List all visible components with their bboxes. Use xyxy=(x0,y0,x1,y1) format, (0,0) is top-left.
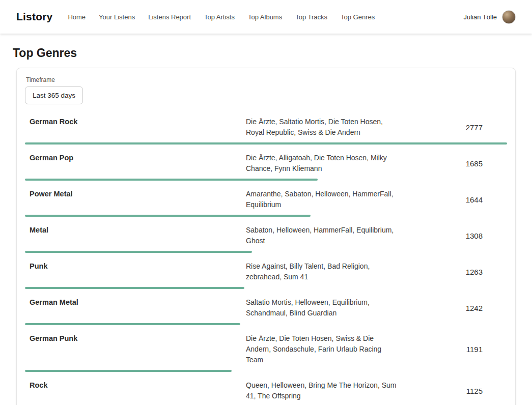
genre-bar xyxy=(25,323,240,325)
genre-artists: Saltatio Mortis, Helloween, Equilibrium,… xyxy=(246,297,400,319)
app-logo[interactable]: Listory xyxy=(16,11,52,23)
genre-row: Rock Queen, Helloween, Bring Me The Hori… xyxy=(25,380,507,405)
main-nav: Home Your Listens Listens Report Top Art… xyxy=(68,13,375,21)
genre-row: German Pop Die Ärzte, Alligatoah, Die To… xyxy=(25,153,507,181)
nav-item-listens-report[interactable]: Listens Report xyxy=(148,13,191,21)
timeframe-select[interactable]: Last 365 days xyxy=(25,86,83,104)
page-title: Top Genres xyxy=(13,46,532,60)
genre-bar xyxy=(25,370,232,372)
genre-count: 1191 xyxy=(466,345,507,354)
nav-item-top-artists[interactable]: Top Artists xyxy=(204,13,235,21)
avatar[interactable] xyxy=(502,10,516,24)
genre-count: 1263 xyxy=(466,268,507,276)
genre-count: 1644 xyxy=(466,195,507,204)
genre-row: Metal Sabaton, Helloween, HammerFall, Eq… xyxy=(25,225,507,253)
genre-name: German Pop xyxy=(25,153,246,162)
nav-item-top-genres[interactable]: Top Genres xyxy=(341,13,375,21)
genre-name: Power Metal xyxy=(25,189,246,198)
genre-name: Metal xyxy=(25,225,246,234)
genre-bar xyxy=(25,179,318,181)
nav-item-top-tracks[interactable]: Top Tracks xyxy=(295,13,327,21)
genre-count: 1685 xyxy=(466,159,507,168)
top-genres-card: Timeframe Last 365 days German Rock Die … xyxy=(16,68,516,405)
genre-artists: Sabaton, Helloween, HammerFall, Equilibr… xyxy=(246,225,400,246)
genre-bar xyxy=(25,215,311,217)
genre-name: Punk xyxy=(25,261,246,270)
genre-artists: Die Ärzte, Alligatoah, Die Toten Hosen, … xyxy=(246,153,400,174)
genre-row: German Metal Saltatio Mortis, Helloween,… xyxy=(25,297,507,325)
genre-artists: Queen, Helloween, Bring Me The Horizon, … xyxy=(246,380,400,401)
genre-artists: Amaranthe, Sabaton, Helloween, HammerFal… xyxy=(246,189,400,210)
genre-artists: Rise Against, Billy Talent, Bad Religion… xyxy=(246,261,400,282)
nav-item-top-albums[interactable]: Top Albums xyxy=(248,13,282,21)
topbar-user-area: Julian Tölle xyxy=(463,10,516,24)
genre-count: 1242 xyxy=(466,304,507,312)
genre-name: Rock xyxy=(25,380,246,389)
genre-bar xyxy=(25,287,244,289)
genre-row: Power Metal Amaranthe, Sabaton, Hellowee… xyxy=(25,189,507,217)
genre-artists: Die Ärzte, Saltatio Mortis, Die Toten Ho… xyxy=(246,117,400,138)
genre-name: German Punk xyxy=(25,333,246,342)
genre-artists: Die Ärzte, Die Toten Hosen, Swiss & Die … xyxy=(246,333,400,365)
nav-item-home[interactable]: Home xyxy=(68,13,86,21)
topbar: Listory Home Your Listens Listens Report… xyxy=(0,0,532,34)
genre-count: 1308 xyxy=(466,232,507,240)
timeframe-label: Timeframe xyxy=(26,76,507,83)
genre-row: German Rock Die Ärzte, Saltatio Mortis, … xyxy=(25,117,507,144)
genre-row: German Punk Die Ärzte, Die Toten Hosen, … xyxy=(25,333,507,372)
genre-count: 2777 xyxy=(466,123,507,132)
genre-count: 1125 xyxy=(466,387,507,395)
genre-bar xyxy=(25,142,507,144)
genre-table: German Rock Die Ärzte, Saltatio Mortis, … xyxy=(25,117,507,405)
nav-item-your-listens[interactable]: Your Listens xyxy=(99,13,135,21)
main-content: Top Genres Timeframe Last 365 days Germa… xyxy=(0,46,532,405)
genre-name: German Metal xyxy=(25,297,246,306)
genre-row: Punk Rise Against, Billy Talent, Bad Rel… xyxy=(25,261,507,289)
genre-name: German Rock xyxy=(25,117,246,126)
user-name: Julian Tölle xyxy=(463,13,497,21)
genre-bar xyxy=(25,251,252,253)
